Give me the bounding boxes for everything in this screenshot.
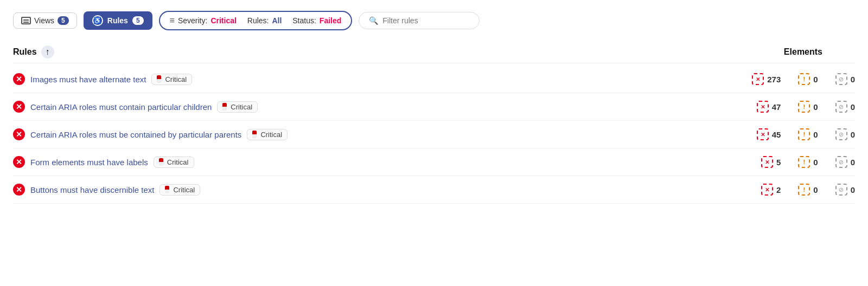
main-container: Views 5 ♿ Rules 5 ≡ Severity: Critical R… xyxy=(0,0,868,286)
elem-warn-group-4: 0 xyxy=(798,184,818,196)
elem-fail-group-1: 47 xyxy=(757,101,781,113)
table-row: ✕ Buttons must have discernible text Cri… xyxy=(13,176,855,204)
warn-icon-1 xyxy=(798,101,810,113)
rule-link-2[interactable]: Certain ARIA roles must be contained by … xyxy=(30,130,241,139)
sep2 xyxy=(286,16,288,25)
elem-pass-group-3: 0 xyxy=(835,156,855,168)
table-row: ✕ Certain ARIA roles must contain partic… xyxy=(13,93,855,121)
warn-count-1: 0 xyxy=(813,102,818,112)
table-header: Rules ↑ Elements xyxy=(13,46,855,63)
fail-icon-4 xyxy=(761,184,773,196)
table-row: ✕ Certain ARIA roles must be contained b… xyxy=(13,121,855,148)
warn-count-4: 0 xyxy=(813,185,818,194)
filter-pill-button[interactable]: ≡ Severity: Critical Rules: All Status: … xyxy=(159,11,353,30)
elem-warn-group-1: 0 xyxy=(798,101,818,113)
fail-icon-2 xyxy=(757,128,769,140)
search-icon: 🔍 xyxy=(369,16,378,25)
elem-pass-group-2: 0 xyxy=(835,128,855,140)
warn-icon-4 xyxy=(798,184,810,196)
rule-right-3: 5 0 0 xyxy=(671,156,855,168)
col-rules-header: Rules ↑ xyxy=(13,46,54,58)
accessibility-icon: ♿ xyxy=(92,15,103,26)
pass-count-1: 0 xyxy=(851,102,855,112)
elem-warn-group-0: 0 xyxy=(798,73,818,85)
rule-right-1: 47 0 0 xyxy=(671,101,855,113)
rule-right-4: 2 0 0 xyxy=(671,184,855,196)
warn-count-2: 0 xyxy=(813,130,818,139)
severity-dot-3 xyxy=(159,158,163,166)
rule-left-4: ✕ Buttons must have discernible text Cri… xyxy=(13,184,200,196)
error-icon-0: ✕ xyxy=(13,73,25,85)
pass-count-2: 0 xyxy=(851,130,855,139)
col-elements-header: Elements xyxy=(784,47,822,57)
elem-pass-group-0: 0 xyxy=(835,73,855,85)
fail-count-4: 2 xyxy=(776,185,781,194)
warn-icon-2 xyxy=(798,128,810,140)
severity-dot-4 xyxy=(165,186,169,193)
elem-fail-group-0: 273 xyxy=(752,73,781,85)
elem-pass-group-1: 0 xyxy=(835,101,855,113)
error-icon-2: ✕ xyxy=(13,128,25,140)
elem-warn-group-3: 0 xyxy=(798,156,818,168)
rule-link-3[interactable]: Form elements must have labels xyxy=(30,158,148,167)
sort-button[interactable]: ↑ xyxy=(41,46,54,58)
views-icon xyxy=(21,17,31,24)
col-elements-label: Elements xyxy=(784,47,822,56)
warn-icon-3 xyxy=(798,156,810,168)
severity-dot-0 xyxy=(157,75,161,83)
table-row: ✕ Images must have alternate text Critic… xyxy=(13,66,855,93)
fail-count-3: 5 xyxy=(776,158,781,167)
severity-badge-2: Critical xyxy=(247,129,288,140)
warn-count-0: 0 xyxy=(813,75,818,84)
rule-link-1[interactable]: Certain ARIA roles must contain particul… xyxy=(30,102,212,112)
col-rules-label: Rules xyxy=(13,47,37,57)
pass-count-0: 0 xyxy=(851,75,855,84)
rules-filter-val: All xyxy=(272,16,282,25)
elem-warn-group-2: 0 xyxy=(798,128,818,140)
rule-link-4[interactable]: Buttons must have discernible text xyxy=(30,185,154,194)
severity-label-val: Critical xyxy=(210,16,236,25)
severity-badge-0: Critical xyxy=(151,74,192,85)
rule-left-2: ✕ Certain ARIA roles must be contained b… xyxy=(13,128,288,140)
rule-left-1: ✕ Certain ARIA roles must contain partic… xyxy=(13,101,258,113)
rules-button[interactable]: ♿ Rules 5 xyxy=(84,11,152,30)
pass-icon-4 xyxy=(835,184,847,196)
rule-link-0[interactable]: Images must have alternate text xyxy=(30,75,146,84)
views-count: 5 xyxy=(58,16,69,25)
severity-badge-3: Critical xyxy=(154,157,194,168)
rule-right-0: 273 0 0 xyxy=(671,73,855,85)
fail-count-2: 45 xyxy=(772,130,781,139)
pass-icon-3 xyxy=(835,156,847,168)
rule-left-3: ✕ Form elements must have labels Critica… xyxy=(13,156,194,168)
rules-count: 5 xyxy=(132,16,144,25)
elem-pass-group-4: 0 xyxy=(835,184,855,196)
error-icon-4: ✕ xyxy=(13,184,25,196)
error-icon-1: ✕ xyxy=(13,101,25,113)
rules-label: Rules xyxy=(107,16,128,25)
status-filter-val: Failed xyxy=(320,16,341,25)
fail-icon-0 xyxy=(752,73,764,85)
rule-left-0: ✕ Images must have alternate text Critic… xyxy=(13,73,192,85)
pass-count-3: 0 xyxy=(851,158,855,167)
rule-right-2: 45 0 0 xyxy=(671,128,855,140)
filter-icon: ≡ xyxy=(170,16,175,25)
severity-dot-2 xyxy=(252,131,257,138)
fail-icon-1 xyxy=(757,101,769,113)
pass-icon-0 xyxy=(835,73,847,85)
search-box[interactable]: 🔍 xyxy=(359,12,480,29)
search-input[interactable] xyxy=(382,16,469,25)
severity-badge-4: Critical xyxy=(159,184,200,196)
views-button[interactable]: Views 5 xyxy=(13,12,77,29)
warn-icon-0 xyxy=(798,73,810,85)
toolbar: Views 5 ♿ Rules 5 ≡ Severity: Critical R… xyxy=(13,11,855,30)
elem-fail-group-2: 45 xyxy=(757,128,781,140)
status-filter-key: Status: xyxy=(292,16,316,25)
sep1 xyxy=(241,16,243,25)
rules-list: ✕ Images must have alternate text Critic… xyxy=(13,66,855,204)
severity-label-key: Severity: xyxy=(178,16,207,25)
error-icon-3: ✕ xyxy=(13,156,25,168)
table-row: ✕ Form elements must have labels Critica… xyxy=(13,148,855,176)
fail-count-1: 47 xyxy=(772,102,781,112)
pass-count-4: 0 xyxy=(851,185,855,194)
warn-count-3: 0 xyxy=(813,158,818,167)
